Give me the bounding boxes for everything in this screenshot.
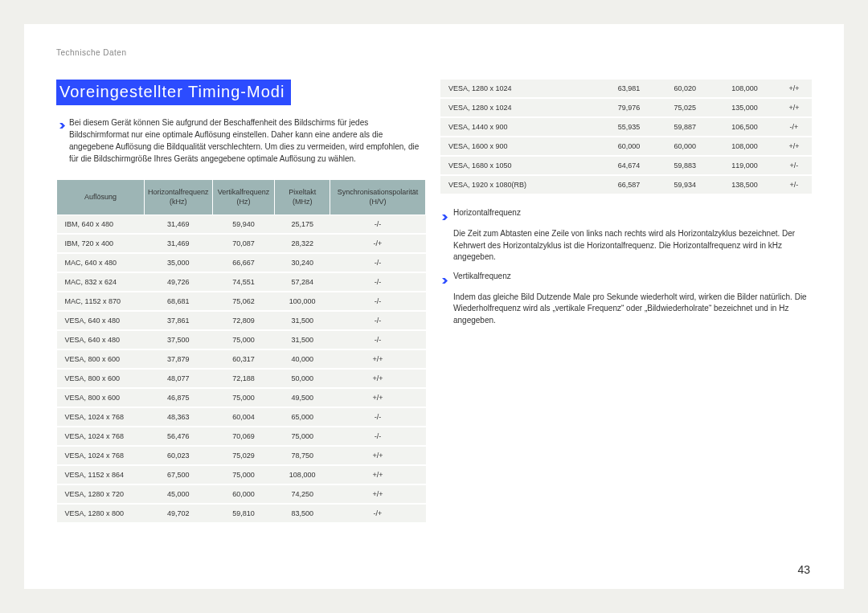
svg-marker-1 xyxy=(442,215,448,220)
section-title: Voreingestellter Timing-Modi xyxy=(56,80,291,105)
table-cell: 31,500 xyxy=(275,330,330,349)
table-cell: VESA, 640 x 480 xyxy=(57,311,145,330)
table-cell: VESA, 800 x 600 xyxy=(57,349,145,369)
table-cell: 70,069 xyxy=(212,427,275,446)
table-cell: -/- xyxy=(330,330,425,349)
table-cell: 37,861 xyxy=(144,311,212,330)
table-cell: 59,887 xyxy=(657,117,713,137)
table-cell: 60,020 xyxy=(657,80,713,98)
table-cell: 74,551 xyxy=(212,272,275,292)
table-cell: 37,879 xyxy=(144,349,212,369)
table-cell: 31,469 xyxy=(144,215,212,235)
table-row: VESA, 1280 x 72045,00060,00074,250+/+ xyxy=(57,484,426,504)
table-cell: 35,000 xyxy=(144,253,212,272)
th-res: Auflösung xyxy=(84,193,117,201)
table-cell: 56,476 xyxy=(144,427,212,446)
table-cell: 60,000 xyxy=(601,137,657,156)
table-cell: +/+ xyxy=(776,137,812,156)
table-cell: 64,674 xyxy=(601,156,657,175)
th-clk: Pixeltakt xyxy=(289,188,316,196)
table-cell: 68,681 xyxy=(144,292,212,311)
right-column: VESA, 1280 x 102463,98160,020108,000+/+V… xyxy=(440,80,812,524)
table-cell: -/- xyxy=(330,292,425,311)
table-cell: 119,000 xyxy=(713,156,776,175)
table-row: VESA, 1024 x 76860,02375,02978,750+/+ xyxy=(57,446,426,465)
table-cell: 60,004 xyxy=(212,407,275,427)
table-cell: VESA, 1280 x 800 xyxy=(57,504,145,523)
document-page: Technische Daten Voreingestellter Timing… xyxy=(24,24,844,589)
definition-title: Vertikalfrequenz xyxy=(453,272,511,284)
table-cell: 59,934 xyxy=(657,175,713,194)
table-cell: 40,000 xyxy=(275,349,330,369)
table-cell: 138,500 xyxy=(713,175,776,194)
th-v: Vertikalfrequenz xyxy=(218,188,270,196)
breadcrumb: Technische Daten xyxy=(56,48,812,57)
table-row: VESA, 1920 x 1080(RB)66,58759,934138,500… xyxy=(440,175,812,194)
table-cell: 30,240 xyxy=(275,253,330,272)
table-cell: 75,000 xyxy=(212,388,275,407)
timing-table-right: VESA, 1280 x 102463,98160,020108,000+/+V… xyxy=(440,80,812,195)
table-header: Auflösung Horizontalfrequenz(kHz) Vertik… xyxy=(57,180,426,215)
table-cell: 78,750 xyxy=(275,446,330,465)
table-cell: VESA, 1600 x 900 xyxy=(440,137,601,156)
table-cell: 70,087 xyxy=(212,234,275,253)
table-cell: 75,000 xyxy=(275,427,330,446)
table-row: VESA, 1280 x 80049,70259,81083,500-/+ xyxy=(57,504,426,523)
definition-text: Die Zeit zum Abtasten eine Zeile von lin… xyxy=(440,228,812,264)
table-cell: -/- xyxy=(330,253,425,272)
table-cell: +/+ xyxy=(330,484,425,504)
table-cell: +/+ xyxy=(330,465,425,484)
table-cell: 25,175 xyxy=(275,215,330,235)
definition-text: Indem das gleiche Bild Dutzende Male pro… xyxy=(440,292,812,327)
table-cell: VESA, 800 x 600 xyxy=(57,388,145,407)
table-cell: 59,940 xyxy=(212,215,275,235)
table-cell: 74,250 xyxy=(275,484,330,504)
table-cell: IBM, 720 x 400 xyxy=(57,234,145,253)
table-row: VESA, 1440 x 90055,93559,887106,500-/+ xyxy=(440,117,812,137)
table-cell: 37,500 xyxy=(144,330,212,349)
table-cell: +/- xyxy=(776,156,812,175)
svg-marker-0 xyxy=(59,123,65,129)
table-cell: -/+ xyxy=(330,504,425,523)
table-row: VESA, 1680 x 105064,67459,883119,000+/- xyxy=(440,156,812,175)
bullet-icon xyxy=(56,116,69,165)
table-cell: 75,025 xyxy=(657,98,713,117)
table-cell: 28,322 xyxy=(275,234,330,253)
table-cell: VESA, 1024 x 768 xyxy=(57,407,145,427)
table-cell: 79,976 xyxy=(601,98,657,117)
table-cell: VESA, 1024 x 768 xyxy=(57,427,145,446)
svg-marker-2 xyxy=(442,278,448,284)
table-cell: 75,029 xyxy=(212,446,275,465)
table-cell: 57,284 xyxy=(275,272,330,292)
table-cell: 75,000 xyxy=(212,330,275,349)
table-cell: MAC, 1152 x 870 xyxy=(57,292,145,311)
table-cell: 108,000 xyxy=(275,465,330,484)
th-v-unit: (Hz) xyxy=(216,198,272,207)
table-cell: IBM, 640 x 480 xyxy=(57,215,145,235)
table-cell: 55,935 xyxy=(601,117,657,137)
table-cell: 83,500 xyxy=(275,504,330,523)
table-cell: 49,702 xyxy=(144,504,212,523)
table-row: VESA, 1152 x 86467,50075,000108,000+/+ xyxy=(57,465,426,484)
table-cell: 59,883 xyxy=(657,156,713,175)
table-cell: 66,587 xyxy=(601,175,657,194)
table-cell: 60,000 xyxy=(657,137,713,156)
table-cell: +/+ xyxy=(776,80,812,98)
table-row: VESA, 1024 x 76848,36360,00465,000-/- xyxy=(57,407,426,427)
table-row: VESA, 1024 x 76856,47670,06975,000-/- xyxy=(57,427,426,446)
table-cell: 100,000 xyxy=(275,292,330,311)
table-cell: +/+ xyxy=(330,369,425,388)
table-row: VESA, 1600 x 90060,00060,000108,000+/+ xyxy=(440,137,812,156)
table-cell: VESA, 1440 x 900 xyxy=(440,117,601,137)
th-clk-unit: (MHz) xyxy=(278,198,326,207)
table-cell: 66,667 xyxy=(212,253,275,272)
table-cell: 49,726 xyxy=(144,272,212,292)
table-cell: VESA, 1280 x 1024 xyxy=(440,98,601,117)
table-cell: 48,363 xyxy=(144,407,212,427)
table-cell: -/- xyxy=(330,215,425,235)
intro-block: Bei diesem Gerät können Sie aufgrund der… xyxy=(56,116,426,165)
table-cell: 63,981 xyxy=(601,80,657,98)
table-cell: 31,469 xyxy=(144,234,212,253)
table-row: IBM, 720 x 40031,46970,08728,322-/+ xyxy=(57,234,426,253)
table-row: VESA, 1280 x 102479,97675,025135,000+/+ xyxy=(440,98,812,117)
